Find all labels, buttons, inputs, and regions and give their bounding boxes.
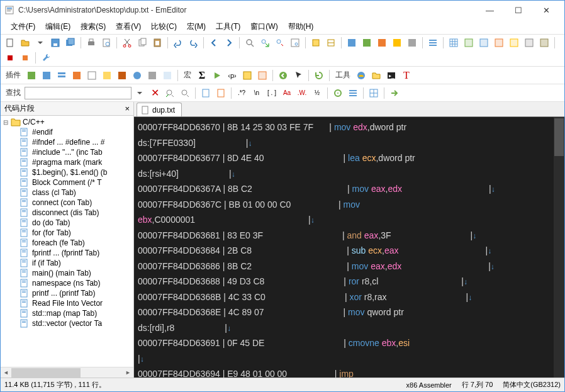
minimize-button[interactable]: — <box>476 1 504 20</box>
undo-icon[interactable] <box>171 36 185 50</box>
find-x-icon[interactable]: ✕ <box>148 86 162 100</box>
tree-item[interactable]: #pragma mark (mark <box>1 157 133 167</box>
menu-edit[interactable]: 编辑(E) <box>40 20 76 33</box>
rec-icon[interactable] <box>3 51 17 65</box>
doc1-icon[interactable] <box>199 86 213 100</box>
scroll-right-icon[interactable]: ► <box>123 367 133 378</box>
menu-window[interactable]: 窗口(W) <box>245 20 282 33</box>
plugin3-icon[interactable] <box>55 69 69 82</box>
tree-item[interactable]: printf ... (printf Tab) <box>1 288 133 298</box>
wrench-icon[interactable] <box>39 51 53 65</box>
sigma-icon[interactable]: Σ <box>195 69 209 82</box>
tree-item[interactable]: #endif <box>1 127 133 137</box>
csv2-icon[interactable] <box>462 36 476 50</box>
tree-item[interactable]: std::vector (vector Ta <box>1 318 133 328</box>
tree-item[interactable]: std::map (map Tab) <box>1 308 133 318</box>
dropdown2-icon[interactable] <box>133 86 147 100</box>
sidebar-hscroll[interactable]: ◄ ► <box>1 367 133 378</box>
plugin8-icon[interactable] <box>130 69 144 82</box>
word-icon[interactable]: .W. <box>295 86 309 100</box>
bookmark-icon[interactable] <box>309 36 323 50</box>
menu-macro[interactable]: 宏(M) <box>182 20 211 33</box>
csv6-icon[interactable] <box>522 36 536 50</box>
close-button[interactable]: ✕ <box>532 1 561 20</box>
regex-br-icon[interactable]: [ . ] <box>265 86 279 100</box>
bookmark2-icon[interactable] <box>324 36 338 50</box>
csv5-icon[interactable] <box>507 36 521 50</box>
menu-help[interactable]: 帮助(H) <box>283 20 319 33</box>
plugin5-icon[interactable] <box>85 69 99 82</box>
scroll-left-icon[interactable]: ◄ <box>1 367 11 378</box>
macro1-icon[interactable] <box>240 69 254 82</box>
macro2-icon[interactable] <box>255 69 269 82</box>
tree-item[interactable]: disconnect (dis Tab) <box>1 208 133 218</box>
plugin4-icon[interactable] <box>70 69 84 82</box>
menu-file[interactable]: 文件(F) <box>6 20 40 33</box>
tree-root[interactable]: ⊟ C/C++ <box>1 117 133 127</box>
tree-item[interactable]: do (do Tab) <box>1 218 133 228</box>
go-icon[interactable] <box>388 86 401 100</box>
find-next-icon[interactable] <box>178 86 192 100</box>
sidebar-close-icon[interactable]: × <box>125 104 130 113</box>
new-icon[interactable] <box>3 36 17 50</box>
hl5-icon[interactable] <box>405 36 419 50</box>
stop-icon[interactable] <box>18 51 32 65</box>
snippet-tree[interactable]: ⊟ C/C++ #endif#ifndef ... #define ... ##… <box>1 116 133 367</box>
forward-icon[interactable] <box>222 36 236 50</box>
copy-icon[interactable] <box>135 36 149 50</box>
menu-view[interactable]: 查看(V) <box>111 20 146 33</box>
maximize-button[interactable]: ☐ <box>504 1 532 20</box>
replace-icon[interactable] <box>273 36 287 50</box>
preview-icon[interactable] <box>99 36 113 50</box>
find-input[interactable] <box>25 87 131 99</box>
findfiles-icon[interactable] <box>288 36 302 50</box>
cut-icon[interactable] <box>120 36 134 50</box>
outline-icon[interactable] <box>426 36 440 50</box>
csv7-icon[interactable] <box>537 36 551 50</box>
save-icon[interactable] <box>48 36 62 50</box>
csv4-icon[interactable] <box>492 36 506 50</box>
vscroll-thumb[interactable] <box>554 118 564 156</box>
cmd-icon[interactable]: ▸_ <box>384 69 398 82</box>
tree-item[interactable]: for (for Tab) <box>1 228 133 238</box>
print-icon[interactable] <box>84 36 98 50</box>
plugin6-icon[interactable] <box>100 69 114 82</box>
hl3-icon[interactable] <box>375 36 389 50</box>
open-icon[interactable] <box>18 36 32 50</box>
editor-vscroll[interactable] <box>554 117 564 378</box>
tree-item[interactable]: Block Comment (/* T <box>1 177 133 188</box>
tree-item[interactable]: class (cl Tab) <box>1 188 133 198</box>
goback-icon[interactable] <box>276 69 290 82</box>
grid-icon[interactable] <box>367 86 381 100</box>
text-icon[interactable]: T <box>400 69 413 82</box>
tree-item[interactable]: #include "..." (inc Tab <box>1 147 133 157</box>
editor-content[interactable]: 00007FF84DD63670 | 8B 14 25 30 03 FE 7F|… <box>134 117 564 378</box>
redo-icon[interactable] <box>186 36 200 50</box>
tab-dup[interactable]: dup.txt <box>137 103 182 116</box>
scroll-thumb[interactable] <box>11 368 81 378</box>
menu-search[interactable]: 搜索(S) <box>76 20 111 33</box>
regex-nl-icon[interactable]: \n <box>250 86 264 100</box>
refresh-icon[interactable] <box>312 69 326 82</box>
hl4-icon[interactable] <box>390 36 404 50</box>
half-icon[interactable]: ½ <box>310 86 324 100</box>
regex-star-icon[interactable]: .*? <box>235 86 249 100</box>
findnext-icon[interactable] <box>258 36 272 50</box>
tree-item[interactable]: Read File Into Vector <box>1 298 133 308</box>
plugin7-icon[interactable] <box>115 69 129 82</box>
cursor-icon[interactable] <box>291 69 305 82</box>
target-icon[interactable] <box>331 86 345 100</box>
find-prev-icon[interactable] <box>163 86 177 100</box>
dropdown-icon[interactable] <box>33 36 47 50</box>
explorer-icon[interactable] <box>369 69 383 82</box>
plugin1-icon[interactable] <box>25 69 38 82</box>
paren-icon[interactable]: ‹p› <box>225 69 239 82</box>
find-icon[interactable] <box>243 36 257 50</box>
tree-item[interactable]: foreach (fe Tab) <box>1 238 133 248</box>
plugin9-icon[interactable] <box>145 69 159 82</box>
tree-item[interactable]: if (if Tab) <box>1 258 133 268</box>
plugin10-icon[interactable] <box>160 69 174 82</box>
collapse-icon[interactable]: ⊟ <box>3 119 11 126</box>
csv3-icon[interactable] <box>477 36 491 50</box>
tree-item[interactable]: #ifndef ... #define ... # <box>1 137 133 147</box>
